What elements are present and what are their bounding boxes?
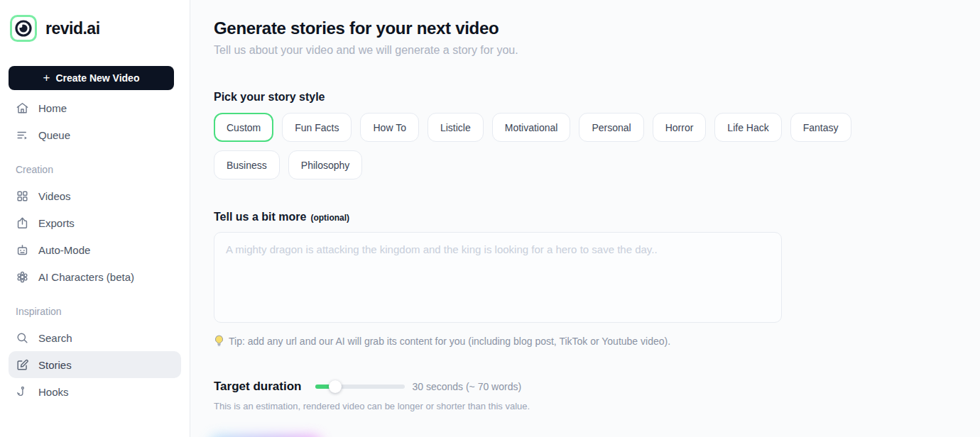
- style-pill-fantasy[interactable]: Fantasy: [790, 113, 851, 142]
- sidebar-section-creation: Creation: [9, 164, 181, 175]
- plus-icon: +: [43, 72, 50, 84]
- sidebar-item-stories[interactable]: Stories: [9, 351, 181, 378]
- tip-text: Tip: add any url and our AI will grab it…: [229, 336, 670, 347]
- style-pill-horror[interactable]: Horror: [653, 113, 707, 142]
- story-style-options: Custom Fun Facts How To Listicle Motivat…: [214, 113, 910, 179]
- grid-icon: [16, 189, 29, 203]
- sidebar-item-label: Auto-Mode: [38, 244, 90, 256]
- home-icon: [16, 101, 29, 115]
- sidebar-item-ai-characters[interactable]: AI Characters (beta): [9, 263, 181, 290]
- export-icon: [16, 216, 29, 230]
- sidebar-item-auto-mode[interactable]: Auto-Mode: [9, 236, 181, 263]
- sidebar-item-label: Stories: [38, 359, 72, 371]
- page-title: Generate stories for your next video: [214, 18, 980, 38]
- style-pill-how-to[interactable]: How To: [360, 113, 418, 142]
- tip-row: Tip: add any url and our AI will grab it…: [214, 335, 980, 347]
- sidebar-section-inspiration: Inspiration: [9, 306, 181, 317]
- lightbulb-icon: [214, 335, 224, 347]
- search-icon: [16, 331, 29, 345]
- duration-value: 30 seconds (~ 70 words): [412, 381, 521, 392]
- sidebar-item-videos[interactable]: Videos: [9, 182, 181, 209]
- sidebar-item-label: Videos: [38, 190, 71, 202]
- sidebar-item-hooks[interactable]: Hooks: [9, 378, 181, 405]
- story-style-heading: Pick your story style: [214, 91, 980, 104]
- sidebar-item-label: AI Characters (beta): [38, 271, 134, 283]
- slider-thumb[interactable]: [329, 380, 342, 393]
- style-pill-philosophy[interactable]: Philosophy: [288, 150, 363, 179]
- duration-label: Target duration: [214, 380, 301, 394]
- style-pill-life-hack[interactable]: Life Hack: [714, 113, 781, 142]
- page-subtitle: Tell us about your video and we will gen…: [214, 44, 980, 57]
- style-pill-listicle[interactable]: Listicle: [428, 113, 484, 142]
- sidebar-item-label: Queue: [38, 129, 70, 141]
- style-pill-custom[interactable]: Custom: [214, 113, 273, 142]
- details-heading-optional: (optional): [310, 213, 349, 223]
- robot-icon: [16, 243, 29, 257]
- sidebar: revid.ai + Create New Video Home Queue C…: [0, 0, 190, 437]
- sidebar-item-exports[interactable]: Exports: [9, 209, 181, 236]
- details-heading: Tell us a bit more: [214, 211, 306, 223]
- sidebar-item-label: Search: [38, 332, 72, 344]
- sidebar-item-queue[interactable]: Queue: [9, 121, 181, 148]
- sidebar-item-search[interactable]: Search: [9, 324, 181, 351]
- sidebar-item-label: Hooks: [38, 386, 69, 398]
- revid-eye-logo-icon: [10, 14, 37, 43]
- sidebar-item-label: Exports: [38, 217, 75, 229]
- sidebar-nav: Home Queue Creation Videos Exports: [9, 94, 181, 405]
- brand-name: revid.ai: [45, 19, 100, 38]
- hook-icon: [16, 385, 29, 399]
- flower-icon: [16, 270, 29, 284]
- create-new-video-button[interactable]: + Create New Video: [9, 66, 174, 90]
- style-pill-motivational[interactable]: Motivational: [492, 113, 571, 142]
- duration-note: This is an estimation, rendered video ca…: [214, 401, 980, 411]
- main-content: Generate stories for your next video Tel…: [190, 0, 980, 437]
- style-pill-personal[interactable]: Personal: [579, 113, 643, 142]
- sidebar-item-home[interactable]: Home: [9, 94, 181, 121]
- style-pill-business[interactable]: Business: [214, 150, 280, 179]
- queue-icon: [16, 128, 29, 142]
- edit-icon: [16, 358, 29, 372]
- brand-logo[interactable]: revid.ai: [9, 13, 181, 43]
- story-details-textarea[interactable]: [214, 232, 782, 323]
- duration-slider[interactable]: [315, 380, 405, 393]
- style-pill-fun-facts[interactable]: Fun Facts: [282, 113, 352, 142]
- sidebar-item-label: Home: [38, 102, 67, 114]
- create-new-video-label: Create New Video: [55, 72, 139, 84]
